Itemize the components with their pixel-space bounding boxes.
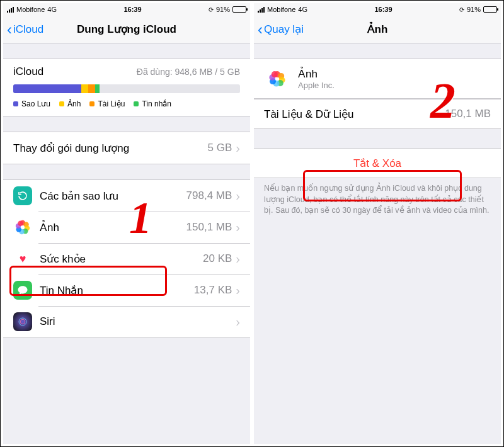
photos-icon — [13, 218, 32, 237]
disable-and-delete-button[interactable]: Tắt & Xóa — [254, 148, 501, 178]
storage-title: iCloud — [13, 65, 43, 78]
battery-icon — [232, 6, 246, 13]
back-button[interactable]: ‹ Quay lại — [258, 22, 304, 37]
nav-bar: ‹ Quay lại Ảnh — [254, 16, 501, 43]
list-item-messages[interactable]: Tin Nhắn 13,7 KB › — [3, 274, 250, 306]
list-item-photos[interactable]: Ảnh 150,1 MB › — [3, 212, 250, 243]
back-button[interactable]: ‹ iCloud — [7, 22, 43, 37]
list-item-siri[interactable]: Siri › — [3, 306, 250, 337]
list-item-backups[interactable]: Các bản sao lưu 798,4 MB › — [3, 180, 250, 212]
phone-left: Mobifone 4G 16:39 ⟳ 91% ‹ iCloud Dung Lư… — [3, 3, 250, 444]
chevron-left-icon: ‹ — [258, 22, 263, 37]
list-item-health[interactable]: ♥ Sức khỏe 20 KB › — [3, 243, 250, 274]
network-label: 4G — [298, 6, 307, 13]
nav-bar: ‹ iCloud Dung Lượng iCloud — [3, 16, 250, 43]
carrier-label: Mobifone — [16, 6, 45, 13]
app-name: Ảnh — [298, 67, 335, 81]
phone-right: Mobifone 4G 16:39 ⟳ 91% ‹ Quay lại Ảnh — [254, 3, 501, 444]
change-plan-row[interactable]: Thay đổi gói dung lượng 5 GB › — [3, 132, 250, 164]
chevron-right-icon: › — [236, 283, 240, 298]
documents-data-value: 150,1 MB — [445, 108, 491, 120]
battery-percent: 91% — [467, 6, 481, 13]
siri-icon — [13, 312, 32, 331]
status-bar: Mobifone 4G 16:39 ⟳ 91% — [254, 3, 501, 16]
battery-percent: 91% — [216, 6, 230, 13]
documents-data-label: Tài Liệu & Dữ Liệu — [264, 108, 354, 121]
chevron-right-icon: › — [236, 189, 240, 203]
health-icon: ♥ — [13, 249, 32, 268]
chevron-right-icon: › — [236, 220, 240, 235]
back-label: Quay lại — [264, 23, 304, 36]
clock: 16:39 — [57, 6, 209, 13]
network-label: 4G — [47, 6, 57, 13]
chevron-left-icon: ‹ — [7, 22, 12, 37]
signal-icon — [7, 7, 14, 13]
status-bar: Mobifone 4G 16:39 ⟳ 91% — [3, 3, 250, 16]
backup-icon — [13, 186, 32, 205]
svg-point-8 — [19, 318, 26, 325]
clock: 16:39 — [307, 6, 459, 13]
app-header: Ảnh Apple Inc. — [254, 59, 501, 99]
svg-point-9 — [20, 319, 25, 324]
svg-point-7 — [18, 221, 23, 226]
battery-icon — [483, 6, 497, 13]
signal-icon — [258, 7, 265, 13]
change-plan-label: Thay đổi gói dung lượng — [13, 142, 208, 155]
messages-icon — [13, 281, 32, 300]
storage-used: Đã dùng: 948,6 MB / 5 GB — [137, 67, 240, 77]
storage-apps-list: Các bản sao lưu 798,4 MB › — [3, 179, 250, 338]
orientation-lock-icon: ⟳ — [459, 6, 464, 13]
chevron-right-icon: › — [236, 315, 240, 329]
carrier-label: Mobifone — [267, 6, 295, 13]
orientation-lock-icon: ⟳ — [209, 6, 214, 13]
app-vendor: Apple Inc. — [298, 81, 335, 90]
storage-summary: iCloud Đã dùng: 948,6 MB / 5 GB Sao Lưu … — [3, 59, 250, 116]
storage-usage-bar — [13, 84, 240, 93]
back-label: iCloud — [13, 23, 43, 36]
documents-data-row: Tài Liệu & Dữ Liệu 150,1 MB — [254, 99, 501, 129]
photos-app-icon — [264, 65, 290, 92]
chevron-right-icon: › — [236, 252, 240, 266]
svg-point-17 — [272, 71, 278, 77]
footer-description: Nếu bạn muốn ngưng sử dụng Ảnh iCloud và… — [254, 178, 501, 217]
change-plan-value: 5 GB — [208, 142, 232, 154]
chevron-right-icon: › — [236, 141, 240, 156]
storage-legend: Sao Lưu Ảnh Tài Liệu Tin nhắn — [13, 99, 240, 108]
